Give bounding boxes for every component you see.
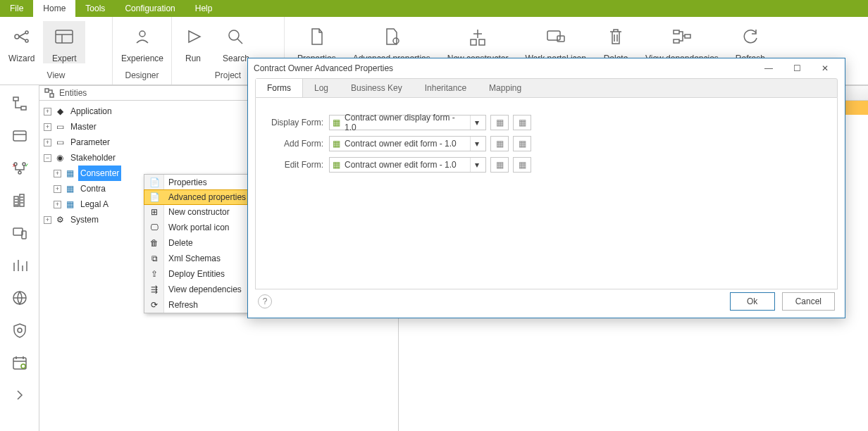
ctx-newcons-label: New constructor — [168, 207, 230, 217]
ctx-refresh-label: Refresh — [168, 300, 198, 310]
ctx-properties[interactable]: 📄Properties — [144, 175, 264, 190]
svg-point-30 — [21, 364, 25, 368]
edit-form-value: Contract owner edit form - 1.0 — [345, 160, 457, 170]
tree-toggle[interactable]: + — [44, 216, 51, 224]
svg-text:x: x — [13, 163, 16, 168]
ribbon-wizard-label: Wizard — [8, 54, 35, 63]
tree-item-master[interactable]: Master — [68, 119, 99, 135]
open-form-button[interactable]: ▦ — [490, 115, 509, 130]
chevron-down-icon: ▾ — [470, 137, 483, 151]
folder-icon: ▭ — [54, 121, 66, 132]
iconbar-rules-icon[interactable]: x✓ — [10, 158, 30, 178]
tab-forms[interactable]: Forms — [256, 79, 303, 97]
constructor-icon: ⊞ — [149, 206, 160, 218]
menu-home[interactable]: Home — [33, 0, 75, 17]
new-form-button[interactable]: ▦ — [513, 115, 531, 130]
svg-point-0 — [15, 35, 19, 39]
iconbar-calendar-icon[interactable] — [10, 353, 30, 373]
ribbon-properties-button[interactable]: Properties — [289, 21, 345, 63]
add-form-select[interactable]: ▦ Contract owner edit form - 1.0 ▾ — [329, 136, 486, 151]
window-close-button[interactable]: ✕ — [811, 59, 839, 77]
form-icon: ▦ — [333, 139, 340, 149]
tree-toggle[interactable]: + — [44, 108, 51, 115]
new-form-button[interactable]: ▦ — [513, 136, 531, 151]
tree-toggle[interactable]: + — [54, 201, 61, 208]
ribbon-refresh-button[interactable]: Refresh — [727, 21, 774, 63]
ribbon-run-label: Run — [185, 54, 201, 63]
iconbar-org-icon[interactable] — [10, 191, 30, 211]
svg-marker-5 — [189, 31, 200, 42]
tree-item-legal[interactable]: Legal A — [78, 196, 111, 212]
tree-item-contra[interactable]: Contra — [78, 181, 108, 196]
tree-toggle[interactable]: + — [44, 123, 51, 131]
ctx-delete-label: Delete — [168, 238, 193, 248]
svg-rect-29 — [13, 358, 26, 369]
ctx-xml-schemas[interactable]: ⧉Xml Schemas — [144, 251, 264, 266]
ctx-refresh[interactable]: ⟳Refresh — [144, 297, 264, 313]
iconbar-process-icon[interactable] — [10, 94, 30, 113]
tree-item-consenter[interactable]: Consenter — [78, 165, 121, 181]
iconbar-globe-icon[interactable] — [10, 288, 30, 308]
new-form-button[interactable]: ▦ — [513, 157, 531, 173]
ribbon-viewdeps-button[interactable]: View dependencies — [637, 21, 727, 63]
edit-form-select[interactable]: ▦ Contract owner edit form - 1.0 ▾ — [329, 157, 486, 173]
expert-icon — [51, 24, 77, 49]
tab-log[interactable]: Log — [303, 79, 340, 97]
ribbon-experience-button[interactable]: Experience — [113, 21, 172, 63]
menu-help[interactable]: Help — [185, 0, 223, 17]
open-form-button[interactable]: ▦ — [490, 157, 509, 173]
iconbar-window-icon[interactable] — [10, 126, 30, 146]
ctx-workportal-label: Work portal icon — [168, 223, 229, 232]
cancel-button[interactable]: Cancel — [782, 292, 835, 311]
tree-toggle[interactable]: − — [44, 154, 51, 162]
iconbar-devices-icon[interactable] — [10, 223, 30, 243]
svg-rect-25 — [13, 228, 23, 235]
ribbon-expert-label: Expert — [52, 54, 77, 63]
menu-file[interactable]: File — [0, 0, 33, 17]
display-form-select[interactable]: ▦ Contract owner display form - 1.0 ▾ — [329, 115, 486, 130]
ctx-deploy-entities[interactable]: ⇪Deploy Entities — [144, 266, 264, 282]
trash-icon — [603, 24, 628, 49]
ribbon-wizard-button[interactable]: Wizard — [0, 21, 43, 63]
open-form-button[interactable]: ▦ — [490, 136, 509, 151]
tree-item-system[interactable]: System — [68, 212, 101, 227]
tree-item-parameter[interactable]: Parameter — [68, 135, 112, 150]
tree-item-application[interactable]: Application — [68, 104, 114, 119]
window-maximize-button[interactable]: ☐ — [783, 59, 811, 77]
iconbar-expand-icon[interactable] — [10, 385, 30, 405]
tab-inheritance[interactable]: Inheritance — [414, 79, 478, 97]
add-form-label: Add Form: — [266, 139, 329, 149]
ok-button[interactable]: Ok — [730, 292, 775, 311]
iconbar-chart-icon[interactable] — [10, 256, 30, 275]
svg-point-6 — [229, 30, 239, 40]
svg-rect-13 — [674, 39, 679, 43]
tree-toggle[interactable]: + — [54, 185, 61, 193]
ctx-viewdeps-label: View dependencies — [168, 285, 242, 294]
tree-toggle[interactable]: + — [44, 139, 51, 146]
ribbon-workportal-button[interactable]: Work portal icon — [516, 21, 594, 63]
menu-tools[interactable]: Tools — [75, 0, 115, 17]
ctx-deploy-label: Deploy Entities — [168, 269, 225, 279]
ribbon-advprops-button[interactable]: Advanced properties — [345, 21, 439, 63]
ribbon-group-designer-label: Designer — [113, 68, 171, 85]
iconbar-security-icon[interactable] — [10, 320, 30, 340]
tab-business-key[interactable]: Business Key — [340, 79, 414, 97]
ribbon-newcons-button[interactable]: New constructor — [439, 21, 517, 63]
ribbon-expert-button[interactable]: Expert — [43, 21, 85, 63]
ctx-delete[interactable]: 🗑Delete — [144, 235, 264, 251]
ribbon-run-button[interactable]: Run — [172, 21, 214, 63]
window-minimize-button[interactable]: — — [755, 59, 783, 77]
ribbon-delete-button[interactable]: Delete — [595, 21, 637, 63]
ctx-work-portal-icon[interactable]: 🖵Work portal icon — [144, 220, 264, 235]
menu-configuration[interactable]: Configuration — [115, 0, 185, 17]
tree-toggle[interactable]: + — [54, 170, 61, 177]
help-button[interactable]: ? — [258, 294, 272, 308]
tab-mapping[interactable]: Mapping — [478, 79, 533, 97]
document-gear-icon — [379, 24, 404, 49]
ctx-view-dependencies[interactable]: ⇶View dependencies — [144, 282, 264, 297]
ribbon-search-button[interactable]: Search — [214, 21, 258, 63]
gear-icon: ⚙ — [54, 214, 66, 225]
ctx-new-constructor[interactable]: ⊞New constructor — [144, 204, 264, 220]
svg-rect-32 — [50, 94, 54, 97]
tree-item-stakeholder[interactable]: Stakeholder — [68, 150, 118, 165]
